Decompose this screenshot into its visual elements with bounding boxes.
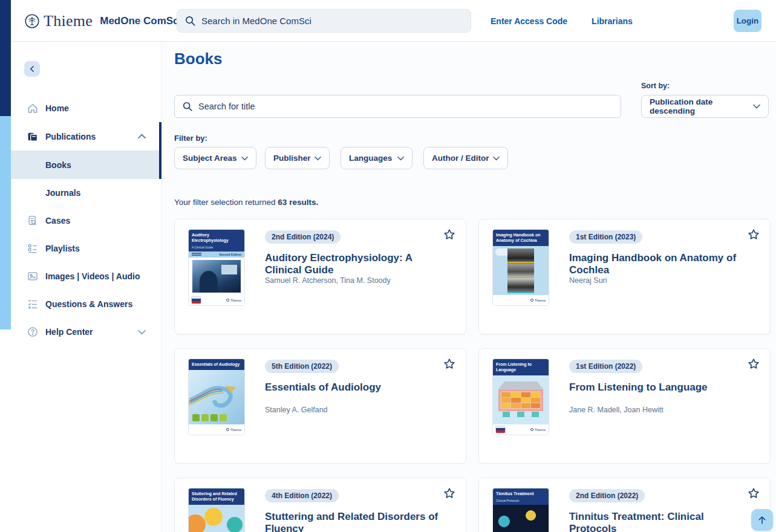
questions-answers-icon (27, 298, 39, 310)
book-title-link[interactable]: Stuttering and Related Disorders of Flue… (265, 511, 446, 532)
favorite-star-button[interactable] (443, 357, 457, 371)
star-icon (747, 228, 761, 241)
librarians-link[interactable]: Librarians (592, 16, 633, 26)
cover-footer: Thieme (189, 295, 244, 305)
book-cover[interactable]: From Listening to Language Thieme (492, 358, 549, 435)
chevron-left-icon (29, 66, 35, 72)
chevron-down-icon (315, 156, 321, 161)
active-section-indicator (159, 122, 161, 179)
book-card: Imaging Handbook on Anatomy of Cochlea T… (478, 219, 771, 334)
chevron-down-icon (138, 329, 146, 335)
edge-strip-dark (0, 0, 11, 116)
book-cover[interactable]: Essentials of Audiology Thieme (188, 358, 245, 435)
filter-publisher-dropdown[interactable]: Publisher (265, 147, 330, 169)
favorite-star-button[interactable] (443, 227, 457, 242)
cover-art (200, 271, 218, 293)
book-title-link[interactable]: From Listening to Language (569, 381, 751, 394)
chevron-down-icon (493, 156, 500, 161)
scroll-to-top-button[interactable] (751, 509, 773, 531)
help-icon (27, 326, 39, 338)
brand-logo[interactable]: Thieme MedOne ComSci (24, 0, 181, 42)
sidebar-item-playlists[interactable]: Playlists (11, 235, 161, 262)
cover-title: Auditory ElectrophysiologyA Clinical Gui… (189, 230, 244, 251)
filter-dropdown-label: Author / Editor (432, 154, 489, 163)
book-title-link[interactable]: Imaging Handbook on Anatomy of Cochlea (569, 252, 751, 276)
filter-languages-dropdown[interactable]: Languages (341, 147, 412, 169)
sidebar-item-label: Images | Videos | Audio (45, 271, 140, 281)
book-card: Stuttering and Related Disorders of Flue… (174, 478, 466, 532)
favorite-star-button[interactable] (747, 486, 761, 501)
cover-photo (192, 260, 241, 293)
global-search[interactable] (177, 9, 471, 33)
search-icon (182, 101, 193, 112)
sidebar-item-help-center[interactable]: Help Center (11, 318, 161, 346)
sidebar-item-books[interactable]: Books (11, 151, 161, 179)
cover-art (189, 514, 206, 532)
title-search[interactable] (174, 95, 621, 118)
sort-by-label: Sort by: (641, 82, 670, 90)
book-card: From Listening to Language Thieme 1st Ed… (478, 348, 771, 464)
sidebar-item-journals[interactable]: Journals (11, 179, 161, 207)
filter-author-editor-dropdown[interactable]: Author / Editor (423, 147, 508, 169)
cover-art (221, 265, 237, 274)
media-icon (27, 270, 39, 282)
cover-house-diagram (498, 381, 543, 417)
sidebar-item-cases[interactable]: Cases (11, 207, 161, 235)
page-title: Books (174, 50, 222, 68)
sidebar-item-publications[interactable]: Publications (11, 122, 161, 151)
book-title-link[interactable]: Essentials of Audiology (265, 381, 446, 394)
login-button[interactable]: Login (734, 10, 761, 32)
cover-subtitle: A Clinical Guide (192, 245, 241, 249)
global-search-input[interactable] (201, 16, 463, 26)
sidebar-item-label: Home (45, 103, 69, 113)
cover-art (204, 508, 223, 526)
cover-art (493, 246, 549, 296)
sidebar-collapse-button[interactable] (24, 61, 40, 77)
sidebar-item-label: Journals (45, 188, 80, 198)
book-cover[interactable]: Auditory ElectrophysiologyA Clinical Gui… (188, 229, 245, 306)
book-cover[interactable]: Stuttering and Related Disorders of Flue… (188, 488, 245, 532)
book-cover[interactable]: Tinnitus TreatmentClinical Protocols (492, 488, 549, 532)
enter-access-code-link[interactable]: Enter Access Code (491, 16, 567, 26)
sidebar-item-label: Cases (45, 216, 70, 225)
book-authors: Neeraj Suri (569, 276, 607, 285)
cover-art (192, 414, 227, 421)
sidebar-item-media[interactable]: Images | Videos | Audio (11, 262, 161, 290)
sidebar-item-questions-answers[interactable]: Questions & Answers (11, 290, 161, 318)
medone-badge (496, 426, 505, 433)
favorite-star-button[interactable] (443, 486, 457, 501)
cover-art (493, 505, 549, 532)
cover-art (498, 412, 543, 417)
thieme-emblem-icon (530, 299, 533, 302)
sort-dropdown[interactable]: Publication date descending (641, 95, 769, 118)
star-icon (443, 228, 457, 241)
cover-art (189, 258, 244, 295)
book-cover[interactable]: Imaging Handbook on Anatomy of Cochlea T… (492, 229, 549, 306)
cover-art (227, 517, 243, 532)
sidebar: Home Publications Books Journals Cases (11, 42, 161, 532)
sidebar-item-home[interactable]: Home (11, 94, 161, 122)
title-search-input[interactable] (198, 102, 613, 111)
medone-badge (192, 297, 201, 303)
sidebar-item-label: Playlists (45, 244, 80, 253)
filter-subject-areas-dropdown[interactable]: Subject Areas (174, 147, 256, 169)
cover-art (192, 253, 201, 256)
star-icon (443, 357, 457, 371)
edition-badge: 5th Edition (2022) (265, 360, 339, 373)
cover-art (493, 375, 549, 425)
star-icon (443, 487, 457, 500)
chevron-down-icon (397, 156, 404, 161)
cover-footer: Thieme (189, 424, 244, 435)
book-authors: Jane R. Madell, Joan Hewitt (569, 406, 664, 414)
favorite-star-button[interactable] (747, 357, 761, 371)
favorite-star-button[interactable] (747, 227, 761, 242)
book-title-link[interactable]: Tinnitus Treatment: Clinical Protocols (569, 511, 751, 532)
book-card: Tinnitus TreatmentClinical Protocols 2nd… (478, 478, 771, 532)
book-authors: Stanley A. Gelfand (265, 406, 328, 414)
filter-dropdown-label: Languages (349, 154, 392, 163)
cover-art (507, 262, 534, 263)
thieme-emblem-icon (530, 428, 533, 431)
book-title-link[interactable]: Auditory Electrophysiology: A Clinical G… (265, 252, 446, 276)
cover-art (507, 277, 534, 278)
cover-footer: Thieme (493, 295, 549, 305)
